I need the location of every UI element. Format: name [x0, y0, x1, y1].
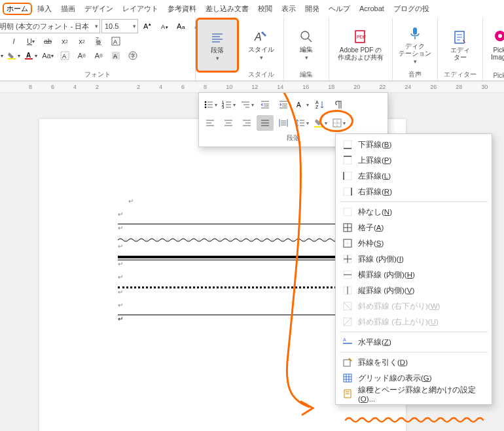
font-color-fill-button[interactable]: A▾	[0, 49, 5, 62]
align-left-button[interactable]	[202, 115, 219, 131]
multilevel-button[interactable]: ▾	[238, 97, 255, 112]
borders-split-button[interactable]: ▾	[330, 115, 347, 131]
svg-point-36	[204, 101, 206, 103]
menu-right-border[interactable]: 右罫線(R)	[336, 184, 492, 199]
asian-layout-button[interactable]: A▾	[293, 97, 310, 112]
tab-draw[interactable]: 描画	[57, 3, 79, 15]
svg-text:A: A	[62, 53, 66, 60]
menu-all-borders[interactable]: 格子(A)	[336, 220, 492, 235]
align-center-button[interactable]	[220, 115, 237, 131]
menu-no-border[interactable]: 枠なし(N)	[336, 204, 492, 220]
svg-point-37	[204, 104, 206, 106]
menu-top-border[interactable]: 上罫線(P)	[336, 152, 492, 168]
style-caption: スタイル	[248, 46, 274, 53]
svg-text:A: A	[161, 24, 165, 30]
tab-layout[interactable]: レイアウト	[118, 3, 162, 15]
shrink-font-button[interactable]: A▾	[156, 20, 172, 33]
sort-button[interactable]: AZ	[312, 97, 329, 112]
sample-border-thickthin	[118, 256, 340, 260]
numbering-button[interactable]: 123▾	[220, 97, 237, 112]
superscript-button[interactable]: x2	[74, 35, 90, 48]
menu-inside-h-border[interactable]: 横罫線 (内側)(H)	[336, 267, 492, 283]
horizontal-ruler[interactable]: 8642246810121416182022242628303234363840…	[0, 81, 504, 93]
pickit-button[interactable]: PickiImage	[486, 19, 504, 70]
group-voice: ディクテーション 音声	[393, 18, 438, 80]
mic-icon	[407, 26, 423, 41]
menu-separator	[340, 332, 488, 332]
menu-inside-v-border[interactable]: 縦罫線 (内側)(V)	[336, 283, 492, 298]
bullets-button[interactable]: ▾	[202, 97, 219, 112]
subscript-button[interactable]: x2	[57, 35, 73, 48]
svg-text:PDF: PDF	[357, 35, 366, 39]
menu-left-border[interactable]: 左罫線(L)	[336, 168, 492, 184]
tab-mailings[interactable]: 差し込み文書	[202, 3, 253, 15]
edit-caption: 編集	[300, 46, 313, 53]
highlight-button[interactable]: ▾	[6, 49, 22, 62]
enclose-char-button[interactable]: A	[108, 35, 124, 48]
tab-references[interactable]: 参考資料	[164, 3, 200, 15]
char-scale-button[interactable]: Aa▾	[40, 49, 56, 62]
svg-text:A: A	[254, 31, 262, 43]
menu-inside-borders[interactable]: 罫線 (内側)(I)	[336, 251, 492, 267]
change-case-button[interactable]: Aa	[173, 20, 189, 33]
annotation-circle	[319, 110, 353, 132]
tab-insert[interactable]: 挿入	[33, 3, 56, 15]
strikethrough-button[interactable]: ab	[40, 35, 56, 48]
tab-view[interactable]: 表示	[278, 3, 300, 15]
tab-design[interactable]: デザイン	[81, 3, 117, 15]
italic-button[interactable]: I	[6, 35, 22, 48]
tab-acrobat[interactable]: Acrobat	[355, 3, 388, 14]
pdf-cap1: Adobe PDF の	[340, 46, 382, 54]
bold-button[interactable]: B	[0, 35, 5, 48]
group-label-style: スタイル	[242, 69, 281, 80]
text-effects-sub-button[interactable]: A®	[91, 49, 107, 62]
editor-button[interactable]: エディター	[441, 19, 480, 69]
styles-dropdown-button[interactable]: A スタイル	[242, 19, 281, 69]
enclose-circle-button[interactable]: 字	[125, 49, 141, 62]
adobe-create-pdf-button[interactable]: PDF Adobe PDF の作成および共有	[332, 19, 389, 70]
ribbon: 游明朝 (本文のフォント - 日本 10.5 A▴ A▾ Aa A B I U▾…	[0, 18, 504, 81]
edit-dropdown-button[interactable]: 編集	[287, 19, 326, 69]
char-shading-button[interactable]: A	[108, 49, 124, 62]
paragraph-dropdown-button[interactable]: 段落	[196, 18, 239, 73]
pickit-icon	[492, 29, 504, 45]
menu-draw-border[interactable]: 罫線を引く(D)	[336, 354, 492, 370]
font-name-select[interactable]: 游明朝 (本文のフォント - 日本	[0, 19, 100, 33]
group-adobe: PDF Adobe PDF の作成および共有 署名を依頼 Adobe Acrob…	[329, 18, 393, 80]
group-font: 游明朝 (本文のフォント - 日本 10.5 A▴ A▾ Aa A B I U▾…	[0, 18, 196, 80]
menu-separator	[340, 352, 488, 353]
grow-font-button[interactable]: A▴	[139, 20, 155, 33]
line-spacing-button[interactable]: ▾	[293, 115, 310, 131]
tab-help[interactable]: ヘルプ	[325, 3, 354, 15]
menu-outside-border[interactable]: 外枠(S)	[336, 235, 492, 251]
pk-cap2: Image	[491, 54, 504, 61]
tab-review[interactable]: 校閲	[254, 3, 276, 15]
menu-borders-and-shading[interactable]: 線種とページ罫線と網かけの設定(O)...	[336, 386, 492, 402]
svg-rect-15	[25, 58, 33, 60]
menu-horizontal-line[interactable]: A水平線(Z)	[336, 334, 492, 350]
menu-view-gridlines[interactable]: グリッド線の表示(G)	[336, 370, 492, 386]
tab-developer[interactable]: 開発	[301, 3, 323, 15]
svg-text:字: 字	[130, 53, 135, 59]
increase-indent-button[interactable]	[275, 97, 292, 112]
group-label-voice: 音声	[395, 69, 435, 80]
dictate-button[interactable]: ディクテーション	[395, 19, 435, 69]
distribute-button[interactable]	[275, 115, 292, 131]
svg-point-27	[301, 31, 309, 39]
svg-line-28	[308, 39, 312, 42]
document-area: ▾ 123▾ ▾ A▾ AZ ▾ ▾ ▾ 段落 下罫線(B) 上罫線(P)	[0, 93, 504, 431]
font-size-select[interactable]: 10.5	[101, 19, 138, 33]
align-justify-button[interactable]	[257, 115, 274, 131]
text-effects-sup-button[interactable]: A®	[74, 49, 90, 62]
menu-bottom-border[interactable]: 下罫線(B)	[336, 137, 492, 152]
decrease-indent-button[interactable]	[257, 97, 274, 112]
font-color-button[interactable]: A▾	[23, 49, 39, 62]
tab-blog[interactable]: ブログの投	[389, 3, 433, 15]
svg-text:3: 3	[222, 105, 225, 109]
group-label-editor: エディター	[441, 69, 480, 80]
char-border-button[interactable]: A	[57, 49, 73, 62]
tab-home[interactable]: ホーム	[3, 3, 32, 15]
align-right-button[interactable]	[238, 115, 255, 131]
underline-button[interactable]: U▾	[23, 35, 39, 48]
ruby-button[interactable]: ア亜	[91, 35, 107, 48]
